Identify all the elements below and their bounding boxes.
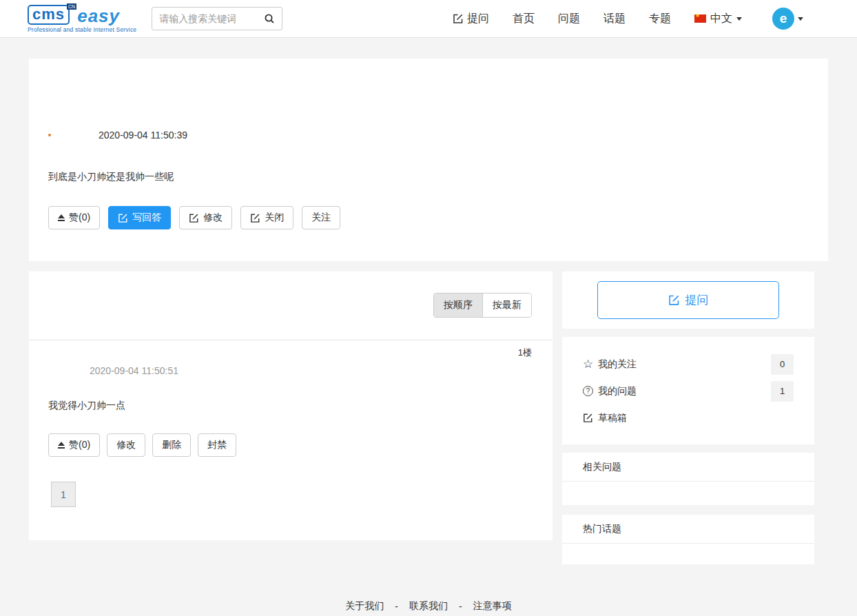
hot-topics-body [562, 544, 814, 564]
drafts-label: 草稿箱 [598, 412, 627, 424]
nav-home[interactable]: 首页 [513, 12, 535, 26]
edit-icon [250, 213, 260, 223]
follow-button[interactable]: 关注 [302, 206, 340, 229]
nav-topics[interactable]: 话题 [603, 12, 626, 26]
edit-icon [583, 413, 598, 423]
ask-question-button[interactable]: 提问 [597, 281, 779, 319]
nav-specials[interactable]: 专题 [649, 12, 671, 26]
upvote-icon [58, 214, 65, 221]
tab-by-newest[interactable]: 按最新 [483, 294, 531, 317]
question-card: 2020-09-04 11:50:39 到底是小刀帅还是我帅一些呢 赞(0) 写… [29, 59, 828, 261]
question-circle-icon: ? [583, 386, 598, 396]
sidebar-ask-card: 提问 [562, 271, 814, 329]
language-selector[interactable]: 中文 [694, 12, 742, 26]
nav-specials-label: 专题 [649, 12, 671, 26]
answer-timestamp: 2020-09-04 11:50:51 [90, 365, 553, 376]
my-questions-count-badge: 1 [771, 381, 794, 402]
logo-cn-badge: CN [67, 3, 76, 10]
nav-ask[interactable]: 提问 [453, 12, 489, 26]
nav-questions[interactable]: 问题 [558, 12, 580, 26]
hot-topics-title: 热门话题 [562, 515, 814, 544]
sidebar-item-drafts[interactable]: 草稿箱 [583, 404, 794, 431]
sidebar-user-menu: ☆ 我的关注 0 ? 我的问题 1 草稿箱 [562, 337, 814, 444]
nav-questions-label: 问题 [558, 12, 580, 26]
related-questions-body [562, 482, 814, 505]
tab-by-order[interactable]: 按顺序 [434, 294, 483, 317]
main-nav: 提问 首页 问题 话题 专题 中文 e [453, 8, 803, 30]
footer: 关于我们 - 联系我们 - 注意事项 [0, 600, 857, 616]
top-navbar: cms CN easy Professional and stable Inte… [0, 0, 857, 38]
answer-content: 我觉得小刀帅一点 [48, 400, 553, 412]
my-follows-count-badge: 0 [771, 354, 794, 375]
search-box [152, 7, 282, 30]
answer-item: 1楼 2020-09-04 11:50:51 我觉得小刀帅一点 赞(0) 修改 … [29, 340, 553, 457]
edit-icon [453, 13, 464, 24]
footer-link-notes[interactable]: 注意事项 [473, 600, 512, 613]
answer-delete-label: 删除 [162, 439, 181, 451]
hot-topics-card: 热门话题 [562, 515, 814, 564]
follow-label: 关注 [311, 212, 331, 224]
user-menu[interactable]: e [772, 8, 803, 30]
ask-question-label: 提问 [685, 292, 709, 308]
pagination: 1 [51, 482, 553, 507]
answer-actions: 赞(0) 修改 删除 封禁 [48, 433, 553, 457]
answer-floor-label: 1楼 [29, 340, 553, 359]
sidebar-item-my-questions[interactable]: ? 我的问题 1 [583, 378, 794, 404]
my-follows-label: 我的关注 [598, 358, 637, 371]
search-icon[interactable] [264, 13, 275, 24]
question-content: 到底是小刀帅还是我帅一些呢 [48, 171, 809, 183]
main-content: 2020-09-04 11:50:39 到底是小刀帅还是我帅一些呢 赞(0) 写… [0, 38, 857, 574]
star-icon: ☆ [583, 358, 598, 370]
answer-edit-label: 修改 [116, 439, 136, 451]
nav-ask-label: 提问 [467, 12, 489, 26]
answers-card: 按顺序 按最新 1楼 2020-09-04 11:50:51 我觉得小刀帅一点 … [29, 271, 553, 540]
edit-icon [118, 213, 128, 223]
chevron-down-icon [798, 17, 803, 21]
write-answer-label: 写回答 [132, 212, 161, 224]
logo-cms-text: cms [28, 5, 70, 25]
question-meta: 2020-09-04 11:50:39 [48, 59, 809, 141]
footer-link-contact[interactable]: 联系我们 [409, 600, 448, 613]
site-logo[interactable]: cms CN easy Professional and stable Inte… [28, 5, 136, 33]
answer-like-button[interactable]: 赞(0) [48, 433, 100, 457]
sidebar-item-my-follows[interactable]: ☆ 我的关注 0 [583, 351, 794, 378]
question-timestamp: 2020-09-04 11:50:39 [99, 130, 187, 141]
answer-sort-tabs: 按顺序 按最新 [29, 271, 553, 318]
close-question-label: 关闭 [265, 212, 284, 224]
question-avatar-placeholder [48, 134, 51, 136]
edit-question-button[interactable]: 修改 [179, 206, 232, 229]
edit-icon [189, 213, 199, 223]
footer-link-about[interactable]: 关于我们 [345, 600, 384, 613]
close-question-button[interactable]: 关闭 [240, 206, 293, 229]
language-label: 中文 [710, 12, 732, 26]
answer-like-label: 赞(0) [69, 439, 90, 451]
logo-wordmark: cms CN easy [28, 5, 136, 25]
write-answer-button[interactable]: 写回答 [108, 206, 171, 229]
edit-icon [668, 294, 680, 306]
upvote-icon [58, 442, 65, 449]
footer-separator: - [395, 601, 398, 612]
related-questions-title: 相关问题 [562, 453, 814, 482]
avatar[interactable]: e [772, 8, 794, 30]
answer-edit-button[interactable]: 修改 [107, 433, 145, 457]
logo-tagline: Professional and stable Internet Service [28, 26, 136, 33]
my-questions-label: 我的问题 [598, 385, 637, 398]
like-label: 赞(0) [69, 212, 90, 224]
chevron-down-icon [736, 17, 742, 21]
answer-delete-button[interactable]: 删除 [152, 433, 191, 457]
nav-topics-label: 话题 [603, 12, 626, 26]
logo-easy-text: easy [77, 7, 120, 25]
nav-home-label: 首页 [513, 12, 535, 26]
related-questions-card: 相关问题 [562, 453, 814, 505]
answer-ban-button[interactable]: 封禁 [198, 433, 236, 457]
tab-group: 按顺序 按最新 [433, 293, 532, 318]
edit-question-label: 修改 [203, 212, 223, 224]
sidebar: 提问 ☆ 我的关注 0 ? 我的问题 1 [562, 271, 814, 574]
footer-separator: - [459, 601, 462, 612]
page-button-1[interactable]: 1 [51, 482, 76, 507]
search-input[interactable] [159, 13, 264, 24]
answer-ban-label: 封禁 [207, 439, 227, 451]
content-row: 按顺序 按最新 1楼 2020-09-04 11:50:51 我觉得小刀帅一点 … [29, 271, 828, 574]
like-button[interactable]: 赞(0) [48, 206, 100, 229]
china-flag-icon [694, 14, 706, 23]
